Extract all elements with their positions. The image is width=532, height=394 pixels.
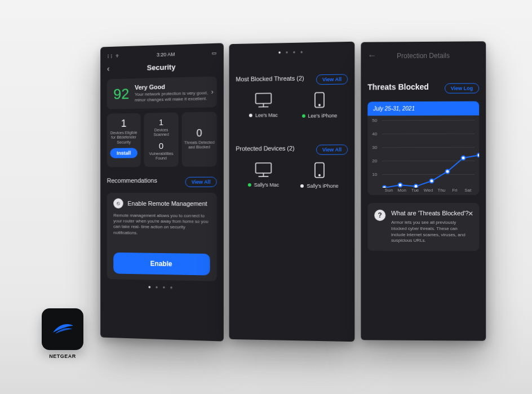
score-card[interactable]: 92 Very Good Your network protection is …: [107, 76, 217, 109]
svg-point-11: [398, 183, 402, 187]
tile-value: 1: [146, 117, 176, 127]
svg-point-16: [477, 153, 480, 157]
info-title: What are 'Threats Blocked'?: [391, 210, 472, 216]
section-title: Most Blocked Threats (2): [236, 75, 304, 83]
device-lees-mac[interactable]: Lee's Mac: [241, 92, 286, 119]
device-label: Sally's iPhone: [307, 183, 338, 189]
threats-chart: 1020304050: [372, 120, 475, 188]
devices-screen: ● ● ● ● Most Blocked Threats (2) View Al…: [229, 42, 355, 342]
score-headline: Very Good: [135, 82, 210, 91]
tile-label: Vulnerabilities Found: [146, 152, 176, 161]
svg-point-12: [414, 184, 418, 188]
back-icon[interactable]: ‹: [107, 64, 110, 73]
tile-label: Threats Detected and Blocked: [184, 140, 215, 150]
battery-icon: ▭: [212, 50, 217, 56]
desktop-icon: [254, 162, 273, 178]
y-tick: 30: [372, 145, 377, 150]
recommendation-card: ⎋ Enable Remote Management Remote manage…: [107, 193, 217, 282]
tile-scanned-vuln[interactable]: 1 Devices Scanned 0 Vulnerabilities Foun…: [144, 112, 179, 166]
brand-label: NETGEAR: [42, 353, 83, 359]
router-icon: ⎋: [113, 198, 123, 208]
status-dot: [249, 114, 252, 117]
x-tick: Mon: [396, 188, 409, 193]
signal-icon: ⋮⋮ ᯤ: [107, 53, 121, 59]
svg-point-10: [383, 186, 387, 188]
device-label: Sally's Mac: [254, 182, 280, 188]
back-icon[interactable]: ←: [367, 51, 376, 61]
phone-icon: [314, 91, 325, 108]
x-tick: Thu: [435, 188, 448, 193]
x-tick: Sat: [462, 188, 475, 193]
nighthawk-icon: [42, 308, 83, 350]
svg-point-13: [429, 179, 433, 183]
swoosh-icon: [50, 316, 76, 342]
question-icon: ?: [374, 210, 385, 221]
score-sub: Your network protection is very good, mi…: [135, 90, 210, 103]
section-title: Threats Blocked: [367, 82, 429, 91]
status-dot: [300, 184, 304, 188]
svg-rect-5: [256, 163, 272, 173]
view-log-button[interactable]: View Log: [445, 83, 480, 94]
reco-title: Enable Remote Management: [127, 200, 207, 206]
device-label: Lee's Mac: [255, 112, 278, 118]
device-sallys-mac[interactable]: Sally's Mac: [241, 162, 286, 189]
protection-details-screen: ← Protection Details Threats Blocked Vie…: [361, 41, 486, 340]
svg-rect-0: [256, 93, 272, 103]
view-all-button[interactable]: View All: [185, 176, 217, 187]
status-dot: [248, 183, 251, 187]
info-card: ? What are 'Threats Blocked'? Armor lets…: [367, 203, 479, 251]
x-tick: Tue: [409, 188, 422, 193]
close-icon[interactable]: ✕: [468, 210, 473, 218]
clock: 3:20 AM: [157, 51, 175, 57]
svg-point-15: [462, 156, 466, 160]
tile-threats[interactable]: 0 Threats Detected and Blocked: [182, 112, 217, 166]
tile-value: 0: [184, 127, 215, 140]
reco-body: Remote management allows you to connect …: [113, 213, 210, 237]
svg-point-14: [446, 170, 450, 174]
info-body: Armor lets you see all previously blocke…: [391, 220, 472, 244]
y-tick: 20: [372, 158, 377, 163]
x-tick: Fri: [448, 188, 461, 193]
view-all-button[interactable]: View All: [316, 74, 348, 85]
view-all-button[interactable]: View All: [316, 144, 348, 154]
section-title: Protected Devices (2): [236, 145, 294, 152]
page-dots: ● ● ● ●: [236, 48, 348, 56]
y-tick: 10: [372, 172, 377, 177]
score-value: 92: [113, 86, 129, 101]
section-title: Recommendations: [107, 177, 157, 184]
enable-button[interactable]: Enable: [113, 253, 210, 276]
svg-point-9: [319, 175, 320, 176]
threats-chart-card: July 25-31, 2021 1020304050 SunMonTueWed…: [367, 101, 479, 195]
tile-eligible-devices[interactable]: 1 Devices Eligible for Bitdefender Secur…: [107, 113, 141, 167]
tile-value: 1: [109, 118, 139, 130]
tile-label: Devices Scanned: [146, 128, 176, 138]
page-title: Protection Details: [397, 52, 450, 60]
chevron-right-icon: ›: [211, 88, 214, 96]
date-range: July 25-31, 2021: [367, 101, 479, 116]
device-label: Lee's iPhone: [308, 113, 338, 119]
device-sallys-iphone[interactable]: Sally's iPhone: [297, 162, 342, 189]
install-button[interactable]: Install: [110, 148, 137, 158]
page-title: Security: [147, 63, 176, 72]
desktop-icon: [254, 92, 273, 108]
tile-label: Devices Eligible for Bitdefender Securit…: [109, 131, 139, 145]
security-screen: ⋮⋮ ᯤ 3:20 AM ▭ ‹ Security 92 Very Good Y…: [100, 43, 224, 341]
x-tick: Wed: [422, 188, 435, 193]
x-tick: Sun: [382, 188, 395, 193]
status-dot: [302, 114, 305, 118]
svg-point-4: [319, 104, 320, 105]
app-icon: NETGEAR: [42, 308, 83, 359]
y-tick: 50: [372, 118, 377, 123]
y-tick: 40: [372, 131, 377, 136]
device-lees-iphone[interactable]: Lee's iPhone: [297, 91, 342, 119]
page-dots: ● ● ● ●: [107, 284, 217, 291]
tile-value: 0: [146, 140, 176, 150]
phone-icon: [314, 162, 325, 179]
